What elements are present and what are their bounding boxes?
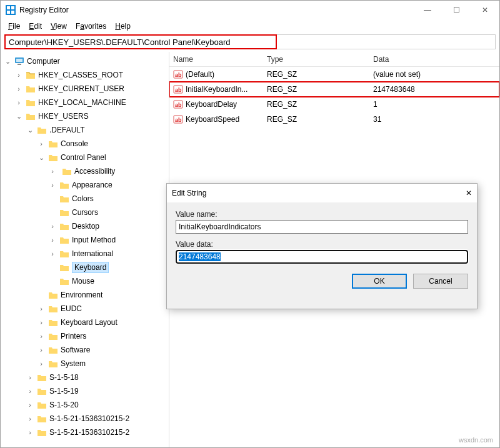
tree-node-hku[interactable]: ⌄HKEY_USERS [1, 109, 169, 123]
maximize-button[interactable]: ☐ [442, 1, 471, 19]
string-value-icon: ab [173, 99, 183, 109]
value-row-keyboardspeed[interactable]: ab KeyboardSpeed REG_SZ 31 [169, 112, 499, 127]
folder-icon [59, 207, 69, 217]
watermark: wsxdn.com [459, 436, 493, 444]
dialog-close-button[interactable]: ✕ [466, 189, 472, 197]
tree-node-cursors[interactable]: Cursors [1, 206, 169, 219]
tree-node-sid[interactable]: ›S-1-5-20 [1, 398, 169, 412]
string-value-icon: ab [173, 114, 183, 124]
svg-rect-3 [7, 11, 10, 14]
tree-node-input-method[interactable]: ›Input Method [1, 233, 169, 247]
tree-node-system[interactable]: ›System [1, 357, 169, 371]
folder-icon [59, 180, 69, 190]
folder-icon [37, 372, 47, 382]
folder-icon [48, 304, 58, 314]
dialog-title-text: Edit String [172, 189, 466, 197]
value-name-input[interactable] [176, 220, 468, 234]
value-row-initialkeyboardindicators[interactable]: ab InitialKeyboardIn... REG_SZ 214748364… [169, 82, 499, 97]
string-value-icon: ab [173, 69, 183, 79]
svg-rect-6 [16, 59, 22, 62]
svg-text:ab: ab [175, 72, 182, 78]
value-data-label: Value data: [176, 240, 468, 249]
tree-node-hkcr[interactable]: ›HKEY_CLASSES_ROOT [1, 68, 169, 82]
minimize-button[interactable]: — [413, 1, 442, 19]
folder-icon [37, 125, 47, 135]
tree-node-sid[interactable]: ›S-1-5-18 [1, 371, 169, 384]
titlebar: Registry Editor — ☐ ✕ [1, 1, 499, 19]
menu-help[interactable]: Help [111, 21, 134, 32]
col-data[interactable]: Data [369, 55, 499, 64]
address-bar[interactable] [4, 34, 496, 49]
folder-icon [59, 194, 69, 204]
tree-node-desktop[interactable]: ›Desktop [1, 219, 169, 233]
col-name[interactable]: Name [169, 55, 263, 64]
folder-icon [37, 386, 47, 396]
folder-icon [59, 249, 69, 259]
folder-icon [26, 97, 36, 107]
tree-node-keyboard[interactable]: Keyboard [1, 261, 169, 274]
tree-node-computer[interactable]: ⌄Computer [1, 54, 169, 68]
tree-node-control-panel[interactable]: ⌄Control Panel [1, 151, 169, 164]
folder-icon [37, 427, 47, 437]
tree-node-hklm[interactable]: ›HKEY_LOCAL_MACHINE [1, 96, 169, 109]
cancel-button[interactable]: Cancel [413, 274, 468, 289]
tree-node-accessibility[interactable]: ›Accessibility [1, 164, 169, 178]
svg-rect-1 [7, 6, 10, 9]
svg-text:ab: ab [175, 102, 182, 108]
folder-icon [48, 359, 58, 369]
window-title: Registry Editor [19, 6, 413, 14]
folder-icon [26, 111, 36, 121]
tree-node-console[interactable]: ›Console [1, 137, 169, 151]
folder-icon [59, 235, 69, 245]
folder-icon [48, 345, 58, 355]
tree-node-sid[interactable]: ›S-1-5-19 [1, 384, 169, 398]
ok-button[interactable]: OK [352, 274, 407, 289]
value-row-keyboarddelay[interactable]: ab KeyboardDelay REG_SZ 1 [169, 97, 499, 112]
registry-editor-window: Registry Editor — ☐ ✕ File Edit View Fav… [0, 0, 500, 448]
tree-node-colors[interactable]: Colors [1, 192, 169, 206]
value-row-default[interactable]: ab (Default) REG_SZ (value not set) [169, 67, 499, 82]
menu-view[interactable]: View [47, 21, 71, 32]
tree-node-printers[interactable]: ›Printers [1, 329, 169, 343]
folder-icon [62, 166, 72, 176]
tree-node-keyboard-layout[interactable]: ›Keyboard Layout [1, 316, 169, 329]
dialog-buttons: OK Cancel [167, 269, 477, 296]
folder-icon [59, 221, 69, 231]
folder-icon [37, 400, 47, 410]
folder-icon [59, 262, 69, 272]
tree-node-mouse[interactable]: Mouse [1, 274, 169, 288]
tree-node-software[interactable]: ›Software [1, 343, 169, 357]
svg-text:ab: ab [175, 87, 182, 93]
menu-edit[interactable]: Edit [25, 21, 46, 32]
tree-node-sid[interactable]: ›S-1-5-21-1536310215-2 [1, 412, 169, 426]
dialog-titlebar[interactable]: Edit String ✕ [167, 184, 477, 202]
folder-icon [48, 331, 58, 341]
tree-node-hkcu[interactable]: ›HKEY_CURRENT_USER [1, 82, 169, 96]
list-header: Name Type Data [169, 52, 499, 67]
tree-node-sid[interactable]: ›S-1-5-21-1536310215-2 [1, 426, 169, 439]
menu-file[interactable]: File [4, 21, 24, 32]
folder-icon [37, 414, 47, 424]
folder-icon [48, 152, 58, 162]
folder-icon [26, 84, 36, 94]
tree-node-default[interactable]: ⌄.DEFAULT [1, 123, 169, 137]
folder-icon [48, 290, 58, 300]
edit-string-dialog: Edit String ✕ Value name: Value data: OK… [166, 183, 478, 309]
tree-node-environment[interactable]: Environment [1, 288, 169, 302]
tree-panel[interactable]: ⌄Computer ›HKEY_CLASSES_ROOT ›HKEY_CURRE… [1, 52, 169, 447]
menu-favorites[interactable]: Favorites [72, 21, 110, 32]
string-value-icon: ab [173, 84, 183, 94]
close-button[interactable]: ✕ [471, 1, 499, 19]
tree-node-appearance[interactable]: ›Appearance [1, 178, 169, 192]
folder-icon [48, 139, 58, 149]
window-controls: — ☐ ✕ [413, 1, 499, 19]
svg-rect-2 [11, 6, 14, 9]
tree-node-eudc[interactable]: ›EUDC [1, 302, 169, 316]
computer-icon [14, 56, 24, 66]
regedit-icon [6, 5, 16, 15]
col-type[interactable]: Type [263, 55, 369, 64]
value-name-label: Value name: [176, 210, 468, 219]
tree-node-international[interactable]: ›International [1, 247, 169, 261]
dialog-body: Value name: Value data: [167, 202, 477, 269]
value-data-input[interactable] [176, 250, 468, 264]
